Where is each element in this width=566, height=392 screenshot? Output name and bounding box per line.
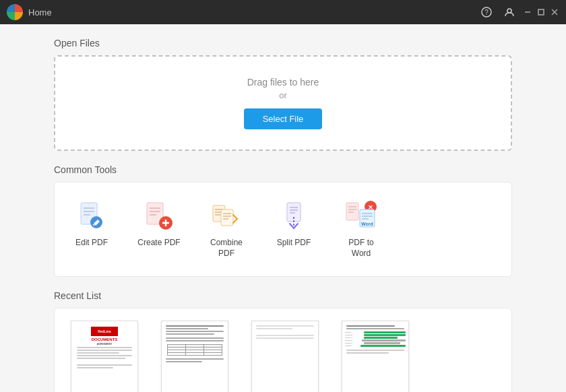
recent-item-3[interactable]: geekersoft Price — [245, 321, 325, 392]
titlebar-title: Home — [28, 7, 52, 18]
minimize-button[interactable] — [523, 7, 532, 17]
common-tools-title: Common Tools — [54, 164, 512, 175]
tools-box: Edit PDF Create PDF — [54, 182, 512, 277]
open-files-title: Open Files — [54, 38, 512, 48]
svg-text:Word: Word — [361, 222, 373, 226]
combine-pdf-icon — [210, 200, 243, 232]
split-pdf-icon — [278, 200, 310, 232]
svg-rect-24 — [221, 209, 233, 226]
tool-split-pdf[interactable]: Split PDF — [263, 195, 324, 264]
edit-pdf-label: Edit PDF — [75, 238, 108, 249]
maximize-button[interactable] — [536, 7, 546, 17]
or-text: or — [69, 90, 497, 100]
recent-box: RedLine DOCUMENTS AGREEMENT supportem162… — [54, 308, 512, 392]
recent-item-2[interactable]: abc1 — [154, 321, 235, 392]
help-button[interactable]: ? — [477, 3, 496, 22]
tool-combine-pdf[interactable]: Combine PDF — [196, 195, 257, 264]
user-button[interactable] — [500, 3, 519, 22]
dropzone[interactable]: Drag files to here or Select File — [54, 55, 512, 151]
titlebar: Home ? — [0, 0, 566, 24]
app-logo — [7, 4, 23, 20]
recent-list-section: Recent List RedLine DOCUMENTS AGREEMENT — [54, 290, 512, 392]
recent-thumb-1: RedLine DOCUMENTS AGREEMENT — [71, 321, 138, 392]
select-file-button[interactable]: Select File — [244, 108, 323, 129]
tool-create-pdf[interactable]: Create PDF — [129, 195, 189, 264]
recent-thumb-2 — [161, 321, 228, 392]
pdf-to-word-icon: ✕ Word — [345, 200, 377, 232]
main-content: Open Files Drag files to here or Select … — [0, 24, 566, 392]
recent-item-4[interactable]: Feature A Feature B Feature C Featu — [335, 321, 416, 392]
recent-thumb-4: Feature A Feature B Feature C Featu — [342, 321, 409, 392]
svg-rect-4 — [538, 9, 544, 15]
tool-pdf-to-word[interactable]: ✕ Word PDF toWord — [331, 195, 391, 264]
recent-list-title: Recent List — [54, 290, 512, 301]
close-button[interactable] — [550, 7, 559, 17]
common-tools-section: Common Tools Edit PDF — [54, 164, 512, 277]
split-pdf-label: Split PDF — [277, 238, 311, 249]
recent-item-1[interactable]: RedLine DOCUMENTS AGREEMENT supportem162… — [64, 321, 145, 392]
drag-text: Drag files to here — [69, 77, 497, 88]
edit-pdf-icon — [75, 200, 108, 232]
create-pdf-label: Create PDF — [137, 238, 180, 249]
tool-edit-pdf[interactable]: Edit PDF — [61, 195, 122, 264]
pdf-to-word-label: PDF toWord — [348, 238, 373, 259]
svg-point-2 — [507, 9, 511, 13]
svg-rect-33 — [346, 203, 358, 220]
svg-text:?: ? — [484, 9, 489, 16]
create-pdf-icon — [143, 200, 175, 232]
combine-pdf-label: Combine PDF — [201, 238, 251, 259]
titlebar-controls: ? — [477, 3, 559, 22]
recent-thumb-3 — [251, 321, 319, 392]
